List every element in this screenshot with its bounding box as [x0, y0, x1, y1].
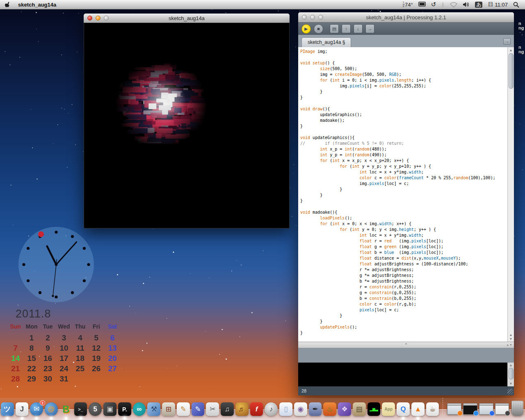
code-line: for (int i = 0; i < img.pixels.length; i… — [300, 78, 495, 83]
close-button[interactable] — [87, 16, 92, 21]
temperature-menu-item[interactable]: TMP 74° — [403, 2, 413, 8]
dock-item-trash[interactable] — [511, 401, 523, 416]
ipod-icon: ▯ — [284, 405, 288, 413]
tab-sketch-aug14a[interactable]: sketch_aug14a § — [301, 37, 351, 47]
dock-item-photo-booth[interactable]: ◉ — [294, 402, 307, 416]
minimize-button[interactable] — [310, 15, 315, 20]
code-line: r *= adjustBrightness; — [300, 267, 495, 273]
run-button[interactable]: ▶ — [301, 24, 311, 34]
dock-item-purple-app[interactable]: ❖ — [338, 402, 351, 416]
editor-scrollbar[interactable]: ▲ ▲ ▼ — [507, 47, 514, 342]
export-button[interactable]: → — [365, 24, 374, 33]
sketch-window-title: sketch_aug14a — [84, 15, 290, 21]
dock-item-ipod[interactable]: ▯ — [279, 402, 292, 416]
calendar-weekday-headers: SunMonTueWedThuFriSat — [7, 322, 121, 331]
dock-item-ink-pen[interactable]: ✒ — [309, 402, 322, 416]
dock-item-app-note[interactable]: App — [382, 402, 395, 416]
volume-menu-icon[interactable] — [463, 2, 470, 7]
tab-menu-button[interactable]: → — [503, 38, 511, 45]
calendar-header-sat: Sat — [105, 322, 121, 331]
clock-center-pivot — [55, 263, 58, 266]
editor-console-splitter[interactable]: ^ ▲▼ — [298, 342, 514, 348]
calendar-header-thu: Thu — [72, 322, 88, 331]
calendar-day: 31 — [56, 374, 72, 384]
close-button[interactable] — [302, 15, 307, 20]
bluetooth-menu-icon[interactable]: ᛒ — [441, 2, 445, 8]
dock-item-music-player[interactable]: ♪ — [265, 402, 278, 416]
dock-item-builder-bricks[interactable]: ⊞ — [162, 402, 175, 416]
console-scroll-down[interactable]: ▼ — [508, 382, 514, 386]
dock-item-flash[interactable]: f — [250, 402, 263, 416]
calendar-day: 13 — [105, 343, 121, 353]
quicktime-icon: Q — [400, 405, 406, 413]
sketch-window-titlebar[interactable]: sketch_aug14a — [84, 14, 290, 23]
scroll-up-arrow[interactable]: ▲ — [508, 48, 514, 52]
clock-menu-item[interactable]: 日 11:07 — [488, 1, 508, 8]
dock-item-midi-keyboard[interactable]: ♫ — [221, 402, 234, 416]
dock-item-minimized-mail-window[interactable] — [479, 403, 493, 415]
ide-console[interactable]: ▲ ▼ — [298, 363, 514, 386]
save-button[interactable]: ↓ — [354, 24, 363, 33]
stop-button[interactable]: ■ — [314, 24, 323, 34]
display-menu-icon[interactable] — [418, 2, 426, 7]
desktop-icon-label-0[interactable]: nng — [518, 21, 524, 30]
splitter-handle[interactable]: ^ — [405, 342, 407, 347]
app-note-icon: App — [385, 407, 393, 411]
day-kanji: 日 — [488, 1, 493, 8]
zoom-button[interactable] — [318, 15, 323, 20]
dock-item-stickies-5[interactable]: 5 — [89, 402, 102, 416]
code-line: pixels[loc] = c; — [300, 307, 495, 313]
splitter-arrows[interactable]: ▲▼ — [506, 342, 513, 347]
dock-item-plant-pot[interactable]: ♨ — [323, 402, 336, 416]
scroll-up-arrow2[interactable]: ▲ — [508, 333, 514, 337]
open-button[interactable]: ↑ — [342, 24, 351, 33]
resize-grip[interactable] — [507, 389, 513, 395]
active-app-name[interactable]: sketch_aug14a — [18, 2, 56, 8]
dock-item-arduino[interactable]: ∞ — [133, 402, 146, 416]
dock-item-thunderbird-mail[interactable]: ✉2 — [30, 402, 43, 416]
dock-item-garageband[interactable]: ♬ — [235, 402, 249, 416]
dock-item-ballot-box[interactable]: ▤ — [353, 402, 366, 416]
console-scroll-thumb[interactable] — [509, 368, 514, 379]
code-editor[interactable]: PImage img; void setup() { size(500, 500… — [298, 47, 514, 342]
ide-titlebar[interactable]: sketch_aug14a | Processing 1.2.1 — [298, 12, 514, 23]
ide-status-bar: 28 — [298, 386, 514, 395]
calendar-day — [105, 374, 121, 384]
dock-item-text-editor[interactable]: J — [16, 402, 29, 416]
dock-item-xcode[interactable]: ⚒ — [147, 402, 160, 416]
calendar-day: 28 — [7, 374, 23, 384]
apple-menu-icon[interactable] — [5, 1, 11, 8]
console-scrollbar[interactable]: ▲ ▼ — [507, 363, 514, 386]
sketch-canvas-area[interactable] — [84, 23, 290, 228]
dock-item-vlc[interactable]: ▲ — [411, 402, 425, 416]
garageband-icon: ♬ — [238, 405, 245, 413]
desktop-icon-label-1[interactable]: nng — [518, 45, 524, 54]
calendar-day: 22 — [23, 363, 39, 374]
minimize-button[interactable] — [96, 16, 100, 21]
dock-item-processing[interactable]: P. — [118, 402, 131, 416]
dock-item-minimized-document-window[interactable] — [495, 403, 509, 415]
wifi-menu-icon[interactable] — [450, 2, 457, 7]
input-method-badge[interactable]: あ — [475, 2, 482, 8]
dock-item-firefox[interactable]: @ — [45, 402, 58, 416]
dock-item-tex-app[interactable]: B — [59, 402, 73, 416]
dock-item-minimized-browser-window[interactable] — [447, 403, 461, 415]
time-machine-menu-icon[interactable]: ↺ — [431, 1, 436, 8]
new-sketch-button[interactable]: ▤ — [330, 24, 339, 33]
spotlight-icon[interactable] — [513, 2, 519, 8]
console-scroll-up[interactable]: ▲ — [508, 363, 514, 367]
dock-item-grab-scissors[interactable]: ✂ — [206, 402, 219, 416]
dock-item-quicktime[interactable]: Q — [397, 402, 410, 416]
dock-item-cube-app[interactable]: ▣ — [103, 402, 116, 416]
dock-item-minimized-sketch-window[interactable] — [463, 403, 477, 415]
scroll-down-arrow[interactable]: ▼ — [508, 337, 514, 341]
dock-item-finder[interactable]: ツ — [1, 402, 14, 416]
dock-item-audio-spectrum[interactable]: ▂▆▃ — [368, 402, 381, 416]
dock-item-interface-builder[interactable]: ✎ — [192, 402, 205, 416]
editor-scroll-thumb[interactable] — [509, 53, 514, 89]
dock-item-terminal[interactable]: >_ — [74, 402, 87, 416]
running-indicator — [123, 417, 126, 420]
analog-clock-widget[interactable] — [15, 224, 97, 306]
dock-item-editor-pen[interactable]: ✎ — [177, 402, 190, 416]
dock-item-java-doc[interactable]: ☕ — [426, 402, 439, 416]
